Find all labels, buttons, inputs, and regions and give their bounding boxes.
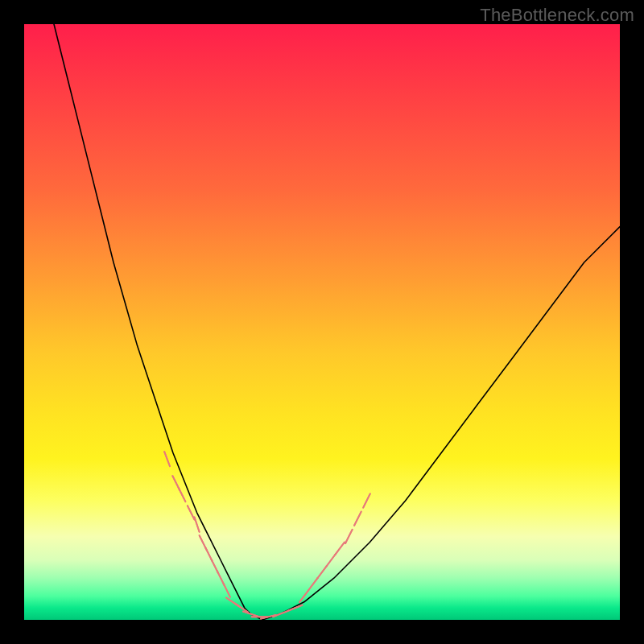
plot-area: [24, 24, 620, 620]
chart-frame: TheBottleneck.com: [0, 0, 644, 644]
highlight-segment: [273, 611, 287, 617]
highlight-segment: [299, 590, 309, 602]
highlight-segment: [326, 554, 336, 566]
chart-svg: [24, 24, 620, 620]
highlight-segment: [243, 612, 258, 617]
highlight-segment: [179, 488, 186, 502]
highlight-segment: [235, 604, 248, 613]
highlight-segment: [308, 578, 318, 590]
highlight-segment: [317, 566, 327, 578]
highlight-segment: [345, 530, 353, 543]
marker-layer: [164, 452, 370, 618]
highlight-segment: [195, 517, 200, 531]
highlight-segment: [223, 583, 230, 597]
bottleneck-curve-path: [54, 24, 620, 620]
highlight-segment: [164, 452, 170, 466]
highlight-segment: [188, 506, 195, 519]
highlight-segment: [363, 493, 370, 507]
watermark-text: TheBottleneck.com: [480, 5, 634, 26]
curve-layer: [54, 24, 620, 620]
highlight-segment: [335, 543, 345, 555]
highlight-segment: [354, 512, 361, 526]
